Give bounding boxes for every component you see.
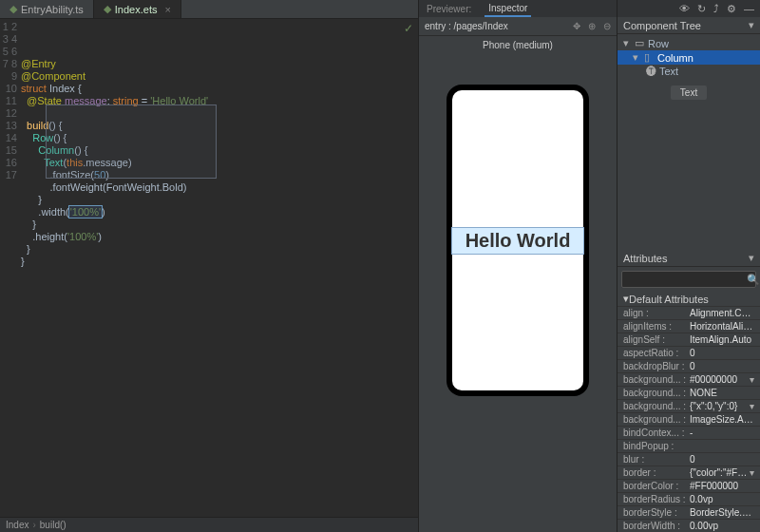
code-token: 'Hello World'	[150, 95, 208, 106]
code-area[interactable]: @Entry @Component struct Index { @State …	[21, 19, 418, 517]
component-tree: ▾▭Row ▾▯Column 🅣Text	[618, 34, 760, 80]
tab-label: Index.ets	[115, 4, 158, 15]
code-token: @State	[21, 95, 62, 106]
tree-row[interactable]: 🅣Text	[618, 65, 760, 78]
code-token: .fontSize(	[21, 169, 94, 180]
attr-row[interactable]: background... :#00000000▾	[618, 372, 760, 386]
attr-row[interactable]: borderStyle :BorderStyle.Solid	[618, 505, 760, 519]
attr-key: borderWidth :	[623, 521, 690, 531]
preview-pane: Previewer: Inspector entry : /pages/Inde…	[418, 0, 618, 532]
code-token: }	[21, 218, 36, 230]
attr-key: backdropBlur :	[623, 361, 690, 371]
toolbar-icons: 👁 ↻ ⤴ ⚙ —	[618, 0, 760, 17]
code-editor[interactable]: ✓ 1 2 3 4 5 6 7 8 9 10 11 12 13 14 15 16…	[0, 19, 418, 517]
tab-index-ets[interactable]: ◆ Index.ets ×	[94, 0, 181, 18]
attr-row[interactable]: alignSelf :ItemAlign.Auto	[618, 332, 760, 346]
attr-val	[690, 441, 754, 451]
attr-row[interactable]: blur :0	[618, 452, 760, 466]
tab-inspector[interactable]: Inspector	[484, 1, 531, 17]
attr-val: HorizontalAlign.Cen...	[690, 321, 754, 332]
attr-key: background... :	[623, 414, 690, 425]
zoom-in-icon[interactable]: ⊕	[588, 21, 596, 31]
attr-row[interactable]: bindPopup :	[618, 439, 760, 452]
attr-val: BorderStyle.Solid	[690, 507, 754, 518]
panel-title: Attributes	[623, 253, 667, 264]
attr-row[interactable]: borderWidth :0.00vp	[618, 519, 760, 532]
attr-row[interactable]: aspectRatio :0	[618, 346, 760, 359]
chevron-down-icon[interactable]: ▾	[749, 19, 754, 31]
zoom-out-icon[interactable]: ⊖	[603, 21, 611, 31]
editor-pane: ◆ EntryAbility.ts ◆ Index.ets × ✓ 1 2 3 …	[0, 0, 418, 532]
tab-entryability[interactable]: ◆ EntryAbility.ts	[0, 0, 94, 18]
tree-row[interactable]: ▾▭Row	[618, 36, 760, 50]
attr-key: bindContex... :	[623, 428, 690, 438]
export-icon[interactable]: ⤴	[713, 3, 719, 14]
attributes-header[interactable]: Attributes ▾	[618, 250, 760, 267]
code-token: Index {	[47, 83, 82, 94]
panel-title: Component Tree	[623, 20, 701, 31]
tree-row[interactable]: ▾▯Column	[618, 50, 760, 65]
attr-search[interactable]: 🔍	[621, 271, 756, 288]
locate-icon[interactable]: ✥	[573, 21, 580, 31]
code-token: string	[113, 95, 139, 106]
attr-val: ItemAlign.Auto	[690, 334, 754, 345]
crumb[interactable]: build()	[40, 520, 66, 530]
code-token: '100%'	[67, 231, 98, 242]
attr-row[interactable]: border :{"color":"#FF000000","r...▾	[618, 466, 760, 479]
chevron-down-icon[interactable]: ▾	[749, 252, 754, 264]
minimize-icon[interactable]: —	[744, 3, 754, 14]
attr-key: blur :	[623, 454, 690, 465]
chevron-down-icon[interactable]: ▾	[750, 401, 754, 411]
close-icon[interactable]: ×	[164, 4, 170, 15]
attr-section[interactable]: ▾ Default Attributes	[618, 292, 760, 306]
eye-icon[interactable]: 👁	[679, 3, 690, 14]
attr-val: {"x":0,"y":0}	[690, 401, 750, 411]
code-token: this	[66, 157, 83, 168]
code-token: message	[62, 95, 107, 106]
code-token: .message)	[83, 157, 131, 168]
code-token: @Component	[21, 70, 86, 82]
refresh-icon[interactable]: ↻	[697, 3, 706, 15]
attr-row[interactable]: alignItems :HorizontalAlign.Cen...	[618, 319, 760, 332]
attr-row[interactable]: background... :ImageSize.Auto	[618, 412, 760, 426]
attr-row[interactable]: backdropBlur :0	[618, 359, 760, 372]
attr-key: background... :	[623, 388, 690, 398]
device-label: Phone (medium)	[419, 36, 617, 56]
code-token: .width(	[21, 206, 69, 218]
crumb[interactable]: Index	[6, 520, 28, 530]
expand-icon[interactable]: ▾	[623, 37, 631, 49]
device-frame: Hello World	[446, 85, 589, 396]
expand-icon[interactable]: ▾	[633, 51, 640, 64]
code-token: .height(	[21, 231, 67, 242]
hello-text[interactable]: Hello World	[452, 228, 583, 254]
gear-icon[interactable]: ⚙	[727, 3, 736, 15]
attr-key: align :	[623, 308, 690, 318]
attr-key: bindPopup :	[623, 441, 690, 451]
attr-key: borderStyle :	[623, 507, 690, 518]
device-screen[interactable]: Hello World	[452, 90, 583, 390]
code-token: 50	[94, 169, 105, 180]
chevron-down-icon[interactable]: ▾	[750, 374, 754, 385]
attr-row[interactable]: background... :{"x":0,"y":0}▾	[618, 399, 760, 412]
search-icon[interactable]: 🔍	[747, 274, 760, 286]
attr-row[interactable]: borderRadius :0.0vp	[618, 492, 760, 505]
preview-header: entry : /pages/Index ✥ ⊕ ⊖	[419, 17, 617, 36]
text-button[interactable]: Text	[671, 86, 707, 100]
attr-row[interactable]: align :Alignment.Center	[618, 306, 760, 319]
tab-previewer[interactable]: Previewer:	[423, 2, 475, 16]
code-token: }	[21, 194, 42, 205]
chevron-down-icon[interactable]: ▾	[750, 467, 754, 478]
code-token: Row	[21, 132, 53, 143]
code-token: @Entry	[21, 58, 56, 69]
search-input[interactable]	[626, 275, 747, 285]
attr-val: Alignment.Center	[690, 308, 754, 318]
attr-row[interactable]: borderColor :#FF000000	[618, 479, 760, 492]
attr-row[interactable]: background... :NONE	[618, 386, 760, 399]
attr-row[interactable]: bindContex... :-	[618, 426, 760, 439]
component-tree-header[interactable]: Component Tree ▾	[618, 17, 760, 34]
attr-val: 0.0vp	[690, 494, 754, 504]
attr-key: aspectRatio :	[623, 348, 690, 358]
preview-tabs: Previewer: Inspector	[419, 0, 617, 17]
attr-key: border :	[623, 467, 690, 478]
attr-key: background... :	[623, 374, 690, 385]
